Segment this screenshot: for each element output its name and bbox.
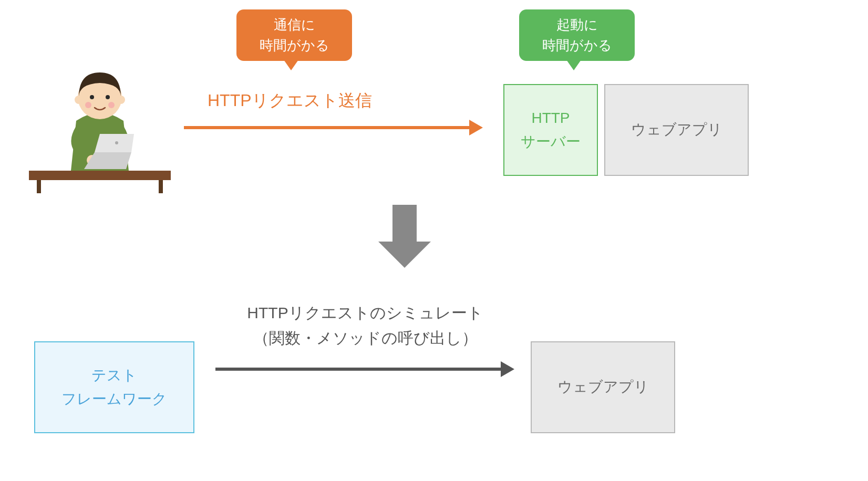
svg-rect-0 xyxy=(29,171,171,180)
svg-rect-2 xyxy=(159,180,163,193)
speech-bubble-boot-time: 起動に 時間がかる xyxy=(519,9,635,61)
simulate-label-line2: （関数・メソッドの呼び出し） xyxy=(215,326,515,351)
svg-point-9 xyxy=(106,95,110,99)
http-server-box: HTTP サーバー xyxy=(503,84,598,176)
web-app-box-bottom: ウェブアプリ xyxy=(531,341,675,433)
speech-bubble-tail xyxy=(566,60,581,70)
box-label: テスト フレームワーク xyxy=(61,364,167,411)
svg-point-11 xyxy=(108,102,115,108)
test-framework-box: テスト フレームワーク xyxy=(34,341,194,433)
box-label: ウェブアプリ xyxy=(557,375,649,399)
svg-point-12 xyxy=(115,141,118,144)
svg-rect-1 xyxy=(37,180,41,193)
simulate-label: HTTPリクエストのシミュレート （関数・メソッドの呼び出し） xyxy=(215,300,515,351)
speech-bubble-communication-time: 通信に 時間がかる xyxy=(236,9,352,61)
svg-point-10 xyxy=(85,102,91,108)
arrow-http-request xyxy=(184,126,470,129)
bubble-text: 通信に 時間がかる xyxy=(260,15,329,56)
user-illustration xyxy=(26,47,173,194)
box-label: ウェブアプリ xyxy=(631,118,722,142)
arrow-simulate-request xyxy=(215,368,502,371)
simulate-label-line1: HTTPリクエストのシミュレート xyxy=(215,300,515,326)
box-label: HTTP サーバー xyxy=(521,107,581,154)
web-app-box-top: ウェブアプリ xyxy=(604,84,749,176)
svg-point-7 xyxy=(117,96,125,104)
bubble-text: 起動に 時間がかる xyxy=(542,15,612,56)
svg-point-8 xyxy=(90,95,94,99)
transition-down-arrow xyxy=(378,205,431,268)
svg-point-6 xyxy=(75,96,83,104)
speech-bubble-tail xyxy=(284,60,298,70)
http-request-label: HTTPリクエスト送信 xyxy=(208,89,372,112)
